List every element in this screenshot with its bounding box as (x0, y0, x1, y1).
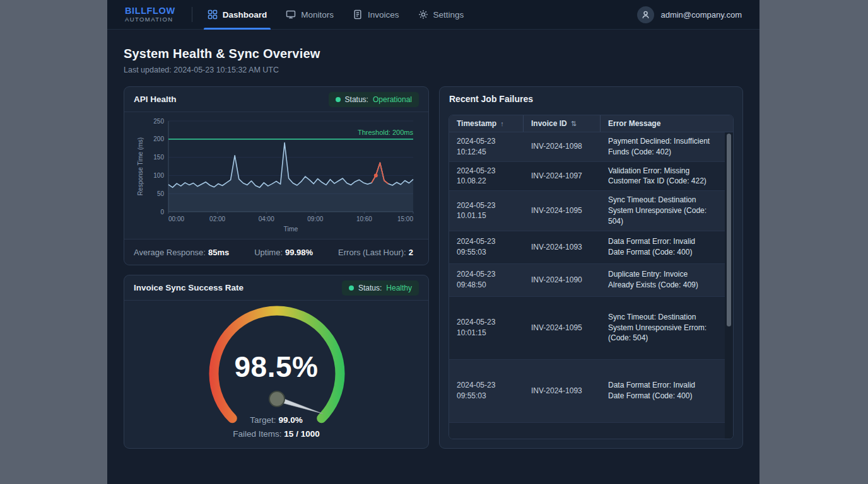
brand-logo[interactable]: BILLFLOW AUTOMATION (125, 6, 175, 23)
timestamp-cell: 2024-05-2309:48:50 (449, 265, 524, 294)
page-header: System Health & Sync Overview Last updat… (107, 30, 760, 74)
svg-text:09:00: 09:00 (307, 216, 323, 222)
brand-name: BILLFLOW (125, 6, 175, 16)
invoice-document-icon (353, 9, 363, 20)
svg-text:150: 150 (153, 154, 164, 161)
sync-success-card: Invoice Sync Success Rate Status: Health… (124, 275, 429, 449)
table-row[interactable]: 2024-05-2309:55:03INV-2024-1093Data Form… (449, 360, 725, 423)
error-message-cell: Payment Declined: Insufficient Funds (Co… (601, 132, 725, 161)
status-label: Status: (358, 284, 382, 292)
status-badge: Status: Healthy (342, 280, 419, 296)
timestamp-cell: 2024-05-2310.01.15 (449, 197, 524, 226)
gauge-failed-items: Failed Items: 15 / 1000 (124, 429, 428, 439)
table-row[interactable]: 2024-05-2309:48:50INV-2024-1090Duplicate… (449, 423, 725, 439)
invoice-id-cell: INV-2024-1097 (524, 167, 601, 185)
card-title: API Health (134, 95, 177, 104)
timestamp-cell: 2024-05-2309:55:03 (449, 376, 524, 405)
api-stats-row: Average Response:85ms Uptime:99.98% Erro… (124, 239, 428, 265)
invoice-id-cell: INV-2024-1098 (524, 137, 601, 156)
card-title: Recent Job Failures (449, 94, 533, 104)
table-row[interactable]: 2024-05-2309:48:50INV-2024-1090Duplicate… (449, 264, 725, 297)
status-value: Healthy (386, 284, 412, 292)
error-message-cell: Validation Error: Missing Customer Tax I… (601, 162, 725, 191)
gear-icon (418, 9, 428, 20)
table-row[interactable]: 2024-05-2310.08.22INV-2024-1097Validatio… (449, 162, 725, 192)
stat-average-response: Average Response:85ms (134, 248, 229, 257)
page-title: System Health & Sync Overview (124, 47, 760, 61)
stat-uptime: Uptime:99.98% (254, 248, 313, 257)
svg-text:Response Time (ms): Response Time (ms) (137, 137, 144, 195)
status-dot-icon (349, 285, 354, 291)
svg-text:50: 50 (157, 190, 165, 197)
svg-text:Threshold: 200ms: Threshold: 200ms (358, 129, 414, 136)
status-label: Status: (345, 95, 368, 104)
error-message-cell: Sync Timeout: Destination System Unrespo… (601, 191, 725, 230)
error-message-cell: Data Format Error: Invalid Date Format (… (601, 233, 725, 262)
api-health-card: API Health Status: Operational 050100150… (124, 86, 429, 265)
avatar (637, 6, 654, 23)
response-time-line-chart: 05010015020025000:0002:0004:0009:0010:60… (134, 116, 419, 241)
invoice-id-cell: INV-2024-1095 (524, 319, 601, 337)
svg-text:0: 0 (160, 209, 164, 216)
user-menu[interactable]: admin@company.com (637, 6, 742, 23)
table-row[interactable]: 2024-05-2310:01:15INV-2024-1095Sync Time… (449, 297, 725, 360)
svg-text:200: 200 (153, 135, 164, 142)
last-updated: Last updated: 2024-05-23 10:15:32 AM UTC (124, 66, 760, 74)
table-scrollbar-track[interactable] (725, 132, 733, 439)
column-header-error-message[interactable]: Error Message (601, 115, 733, 132)
svg-text:Time: Time (284, 225, 298, 233)
top-navbar: BILLFLOW AUTOMATION Dashboard Monitors (107, 0, 760, 30)
timestamp-cell: 2024-05-2310.08.22 (449, 162, 524, 191)
column-header-timestamp[interactable]: Timestamp ↑ (449, 115, 524, 132)
tab-label: Dashboard (223, 10, 267, 20)
timestamp-cell: 2024-05-2309:55:03 (449, 233, 524, 262)
invoice-id-cell: INV-2024-1093 (524, 238, 601, 256)
tab-invoices[interactable]: Invoices (353, 0, 399, 30)
timestamp-cell: 2024-05-2310:01:15 (449, 313, 524, 342)
sync-success-card-header: Invoice Sync Success Rate Status: Health… (124, 275, 428, 301)
monitor-icon (286, 9, 296, 20)
svg-text:10:60: 10:60 (356, 216, 372, 222)
error-message-cell: Duplicate Entry: Invoice Already Exists … (601, 265, 725, 294)
table-scrollbar-thumb[interactable] (727, 134, 731, 326)
svg-text:04:00: 04:00 (259, 216, 274, 222)
table-row[interactable]: 2024-05-2310.01.15INV-2024-1095Sync Time… (449, 191, 725, 231)
invoice-id-cell: INV-2024-1090 (524, 271, 601, 289)
error-message-cell: Sync Timeout: Destination System Unrespo… (601, 308, 725, 347)
gauge-value: 98.5% (124, 350, 428, 384)
svg-text:00:00: 00:00 (168, 216, 184, 222)
tab-label: Monitors (301, 10, 334, 20)
status-badge: Status: Operational (329, 92, 419, 107)
tab-dashboard[interactable]: Dashboard (208, 0, 267, 30)
app-window: BILLFLOW AUTOMATION Dashboard Monitors (107, 0, 760, 484)
gauge-target: Target: 99.0% (124, 415, 428, 425)
invoice-id-cell: INV-2024-1093 (524, 382, 601, 400)
status-value: Operational (373, 95, 412, 104)
failures-table: Timestamp ↑ Invoice ID ⇅ Error Message 2… (449, 115, 734, 439)
dashboard-grid-icon (208, 9, 218, 20)
api-health-card-header: API Health Status: Operational (124, 87, 428, 112)
column-header-invoice-id[interactable]: Invoice ID ⇅ (524, 115, 601, 132)
sort-both-icon: ⇅ (571, 120, 577, 128)
gauge-needle-hub (269, 391, 284, 406)
tab-label: Invoices (368, 10, 399, 20)
nav-divider (192, 7, 192, 22)
timestamp-cell: 2024-05-2310:12:45 (449, 132, 524, 161)
svg-text:250: 250 (153, 118, 164, 125)
user-email: admin@company.com (660, 10, 742, 20)
tab-settings[interactable]: Settings (418, 0, 464, 30)
table-row[interactable]: 2024-05-2309:55:03INV-2024-1093Data Form… (449, 231, 725, 264)
invoice-id-cell: INV-2024-1095 (524, 202, 601, 220)
tab-monitors[interactable]: Monitors (286, 0, 334, 30)
error-message-cell: Data Format Error: Invalid Date Format (… (601, 376, 725, 405)
svg-text:100: 100 (153, 172, 164, 179)
table-body: 2024-05-2310:12:45INV-2024-1098Payment D… (449, 132, 725, 439)
table-row[interactable]: 2024-05-2310:12:45INV-2024-1098Payment D… (449, 132, 725, 162)
card-title: Invoice Sync Success Rate (134, 283, 243, 292)
sort-asc-icon: ↑ (500, 120, 504, 127)
brand-subtitle: AUTOMATION (125, 16, 175, 23)
recent-job-failures-card: Recent Job Failures Timestamp ↑ Invoice … (439, 86, 743, 449)
status-dot-icon (336, 97, 341, 102)
table-header-row: Timestamp ↑ Invoice ID ⇅ Error Message (449, 115, 733, 132)
svg-text:02:00: 02:00 (209, 216, 225, 222)
